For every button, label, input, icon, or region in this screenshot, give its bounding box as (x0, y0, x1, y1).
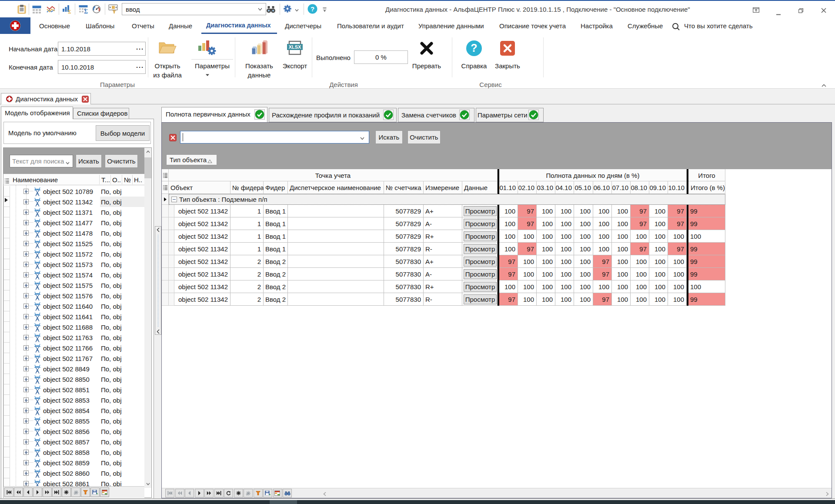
svg-text:XLSX: XLSX (289, 44, 301, 50)
svg-text:Σ: Σ (84, 8, 88, 13)
svg-text:Σ: Σ (68, 8, 71, 13)
svg-text:?: ? (311, 5, 314, 13)
svg-text:?: ? (471, 42, 477, 54)
